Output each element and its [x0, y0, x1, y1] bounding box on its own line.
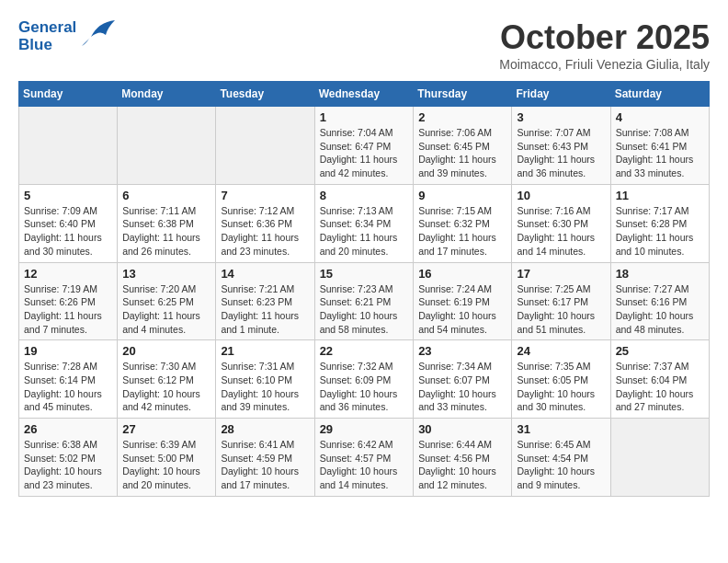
calendar-week-row: 26Sunrise: 6:38 AM Sunset: 5:02 PM Dayli… — [19, 419, 710, 497]
day-info: Sunrise: 7:23 AM Sunset: 6:21 PM Dayligh… — [320, 282, 409, 337]
day-number: 4 — [616, 110, 704, 124]
day-number: 31 — [517, 422, 605, 436]
day-number: 5 — [24, 189, 112, 202]
calendar-cell: 21Sunrise: 7:31 AM Sunset: 6:10 PM Dayli… — [216, 340, 314, 419]
calendar-cell: 23Sunrise: 7:34 AM Sunset: 6:07 PM Dayli… — [414, 340, 512, 419]
day-number: 28 — [221, 422, 309, 436]
calendar-cell: 25Sunrise: 7:37 AM Sunset: 6:04 PM Dayli… — [610, 340, 709, 419]
calendar-cell: 5Sunrise: 7:09 AM Sunset: 6:40 PM Daylig… — [19, 184, 118, 262]
logo-general: General — [18, 18, 76, 36]
day-info: Sunrise: 6:39 AM Sunset: 5:00 PM Dayligh… — [122, 438, 210, 492]
calendar-cell: 9Sunrise: 7:15 AM Sunset: 6:32 PM Daylig… — [414, 184, 512, 262]
calendar-cell: 24Sunrise: 7:35 AM Sunset: 6:05 PM Dayli… — [512, 340, 610, 419]
day-number: 9 — [418, 189, 506, 202]
calendar-header-row: SundayMondayTuesdayWednesdayThursdayFrid… — [19, 82, 710, 107]
calendar-cell: 1Sunrise: 7:04 AM Sunset: 6:47 PM Daylig… — [314, 107, 414, 185]
day-number: 8 — [320, 189, 409, 202]
location-text: Moimacco, Friuli Venezia Giulia, Italy — [499, 57, 710, 72]
calendar-cell: 12Sunrise: 7:19 AM Sunset: 6:26 PM Dayli… — [19, 262, 118, 340]
calendar-cell: 2Sunrise: 7:06 AM Sunset: 6:45 PM Daylig… — [414, 107, 512, 185]
calendar-cell — [216, 107, 314, 185]
day-number: 15 — [320, 267, 409, 281]
calendar-cell: 27Sunrise: 6:39 AM Sunset: 5:00 PM Dayli… — [118, 419, 216, 497]
day-number: 10 — [517, 189, 605, 202]
day-info: Sunrise: 7:15 AM Sunset: 6:32 PM Dayligh… — [418, 204, 506, 259]
day-info: Sunrise: 6:45 AM Sunset: 4:54 PM Dayligh… — [517, 438, 605, 492]
calendar-cell: 6Sunrise: 7:11 AM Sunset: 6:38 PM Daylig… — [118, 184, 216, 262]
day-info: Sunrise: 7:04 AM Sunset: 6:47 PM Dayligh… — [320, 126, 409, 180]
day-number: 25 — [616, 344, 704, 358]
calendar-cell: 11Sunrise: 7:17 AM Sunset: 6:28 PM Dayli… — [610, 184, 709, 262]
day-number: 21 — [221, 344, 309, 358]
day-info: Sunrise: 7:11 AM Sunset: 6:38 PM Dayligh… — [122, 204, 210, 259]
calendar-week-row: 5Sunrise: 7:09 AM Sunset: 6:40 PM Daylig… — [19, 184, 710, 262]
day-info: Sunrise: 7:12 AM Sunset: 6:36 PM Dayligh… — [221, 204, 309, 259]
calendar-cell — [19, 107, 118, 185]
weekday-header-tuesday: Tuesday — [216, 82, 314, 107]
day-info: Sunrise: 7:19 AM Sunset: 6:26 PM Dayligh… — [24, 282, 112, 337]
day-number: 20 — [122, 344, 210, 358]
calendar-cell: 30Sunrise: 6:44 AM Sunset: 4:56 PM Dayli… — [414, 419, 512, 497]
day-info: Sunrise: 7:24 AM Sunset: 6:19 PM Dayligh… — [418, 282, 506, 337]
weekday-header-wednesday: Wednesday — [314, 82, 414, 107]
weekday-header-saturday: Saturday — [610, 82, 709, 107]
calendar-cell: 17Sunrise: 7:25 AM Sunset: 6:17 PM Dayli… — [512, 262, 610, 340]
day-info: Sunrise: 7:35 AM Sunset: 6:05 PM Dayligh… — [517, 360, 605, 414]
day-number: 16 — [418, 267, 506, 281]
calendar-cell: 20Sunrise: 7:30 AM Sunset: 6:12 PM Dayli… — [118, 340, 216, 419]
weekday-header-thursday: Thursday — [414, 82, 512, 107]
day-number: 26 — [24, 422, 112, 436]
day-number: 17 — [517, 267, 605, 281]
calendar-cell: 8Sunrise: 7:13 AM Sunset: 6:34 PM Daylig… — [314, 184, 414, 262]
logo-bird-icon — [82, 18, 117, 54]
calendar-cell: 3Sunrise: 7:07 AM Sunset: 6:43 PM Daylig… — [512, 107, 610, 185]
day-info: Sunrise: 7:25 AM Sunset: 6:17 PM Dayligh… — [517, 282, 605, 337]
weekday-header-monday: Monday — [118, 82, 216, 107]
day-number: 19 — [24, 344, 112, 358]
day-number: 29 — [320, 422, 409, 436]
day-info: Sunrise: 7:37 AM Sunset: 6:04 PM Dayligh… — [616, 360, 704, 414]
calendar-cell: 4Sunrise: 7:08 AM Sunset: 6:41 PM Daylig… — [610, 107, 709, 185]
weekday-header-sunday: Sunday — [19, 82, 118, 107]
calendar-cell: 18Sunrise: 7:27 AM Sunset: 6:16 PM Dayli… — [610, 262, 709, 340]
day-info: Sunrise: 7:09 AM Sunset: 6:40 PM Dayligh… — [24, 204, 112, 259]
calendar-cell: 26Sunrise: 6:38 AM Sunset: 5:02 PM Dayli… — [19, 419, 118, 497]
calendar-cell: 10Sunrise: 7:16 AM Sunset: 6:30 PM Dayli… — [512, 184, 610, 262]
day-info: Sunrise: 6:42 AM Sunset: 4:57 PM Dayligh… — [320, 438, 409, 492]
day-info: Sunrise: 7:32 AM Sunset: 6:09 PM Dayligh… — [320, 360, 409, 414]
day-info: Sunrise: 7:28 AM Sunset: 6:14 PM Dayligh… — [24, 360, 112, 414]
day-number: 23 — [418, 344, 506, 358]
calendar-cell: 13Sunrise: 7:20 AM Sunset: 6:25 PM Dayli… — [118, 262, 216, 340]
day-info: Sunrise: 6:38 AM Sunset: 5:02 PM Dayligh… — [24, 438, 112, 492]
logo-blue: Blue — [18, 37, 76, 54]
day-info: Sunrise: 7:20 AM Sunset: 6:25 PM Dayligh… — [122, 282, 210, 337]
calendar-cell: 16Sunrise: 7:24 AM Sunset: 6:19 PM Dayli… — [414, 262, 512, 340]
calendar-week-row: 1Sunrise: 7:04 AM Sunset: 6:47 PM Daylig… — [19, 107, 710, 185]
weekday-header-friday: Friday — [512, 82, 610, 107]
calendar-body: 1Sunrise: 7:04 AM Sunset: 6:47 PM Daylig… — [19, 107, 710, 497]
day-info: Sunrise: 7:27 AM Sunset: 6:16 PM Dayligh… — [616, 282, 704, 337]
day-info: Sunrise: 7:30 AM Sunset: 6:12 PM Dayligh… — [122, 360, 210, 414]
day-info: Sunrise: 7:13 AM Sunset: 6:34 PM Dayligh… — [320, 204, 409, 259]
day-number: 18 — [616, 267, 704, 281]
day-number: 27 — [122, 422, 210, 436]
calendar-cell: 7Sunrise: 7:12 AM Sunset: 6:36 PM Daylig… — [216, 184, 314, 262]
day-info: Sunrise: 7:08 AM Sunset: 6:41 PM Dayligh… — [616, 126, 704, 180]
day-number: 7 — [221, 189, 309, 202]
day-info: Sunrise: 7:06 AM Sunset: 6:45 PM Dayligh… — [418, 126, 506, 180]
calendar-week-row: 12Sunrise: 7:19 AM Sunset: 6:26 PM Dayli… — [19, 262, 710, 340]
day-number: 13 — [122, 267, 210, 281]
calendar-cell — [610, 419, 709, 497]
calendar-cell: 29Sunrise: 6:42 AM Sunset: 4:57 PM Dayli… — [314, 419, 414, 497]
calendar-cell: 15Sunrise: 7:23 AM Sunset: 6:21 PM Dayli… — [314, 262, 414, 340]
day-info: Sunrise: 7:21 AM Sunset: 6:23 PM Dayligh… — [221, 282, 309, 337]
day-info: Sunrise: 7:34 AM Sunset: 6:07 PM Dayligh… — [418, 360, 506, 414]
day-info: Sunrise: 6:44 AM Sunset: 4:56 PM Dayligh… — [418, 438, 506, 492]
month-title: October 2025 — [499, 18, 710, 57]
calendar-cell: 22Sunrise: 7:32 AM Sunset: 6:09 PM Dayli… — [314, 340, 414, 419]
day-info: Sunrise: 7:31 AM Sunset: 6:10 PM Dayligh… — [221, 360, 309, 414]
day-info: Sunrise: 6:41 AM Sunset: 4:59 PM Dayligh… — [221, 438, 309, 492]
calendar-table: SundayMondayTuesdayWednesdayThursdayFrid… — [18, 81, 710, 497]
day-number: 2 — [418, 110, 506, 124]
calendar-cell: 28Sunrise: 6:41 AM Sunset: 4:59 PM Dayli… — [216, 419, 314, 497]
